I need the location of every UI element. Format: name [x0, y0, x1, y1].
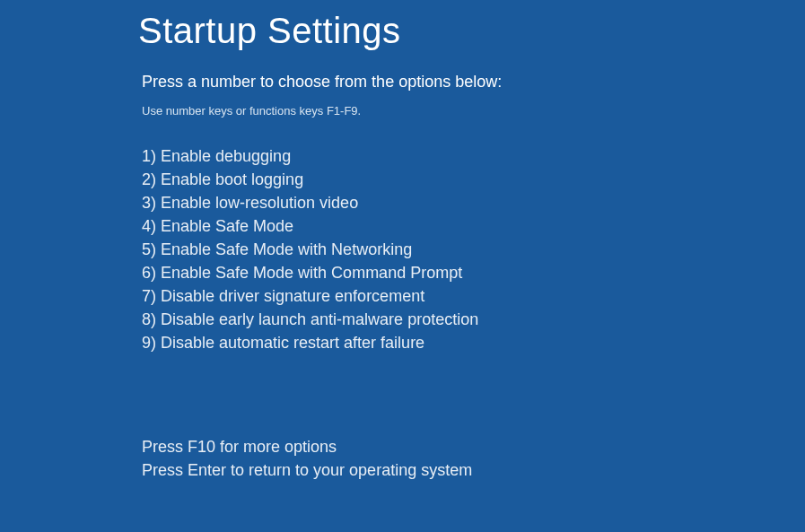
footer-instructions: Press F10 for more options Press Enter t… — [142, 435, 805, 482]
page-title: Startup Settings — [138, 11, 805, 51]
startup-settings-screen: Startup Settings Press a number to choos… — [0, 0, 805, 482]
option-5[interactable]: 5) Enable Safe Mode with Networking — [142, 238, 805, 261]
return-hint: Press Enter to return to your operating … — [142, 458, 805, 482]
option-1[interactable]: 1) Enable debugging — [142, 144, 805, 168]
option-6[interactable]: 6) Enable Safe Mode with Command Prompt — [142, 261, 805, 284]
hint-text: Use number keys or functions keys F1-F9. — [142, 104, 805, 118]
option-8[interactable]: 8) Disable early launch anti-malware pro… — [142, 308, 805, 331]
options-list: 1) Enable debugging 2) Enable boot loggi… — [142, 144, 805, 354]
instruction-text: Press a number to choose from the option… — [142, 73, 805, 92]
option-2[interactable]: 2) Enable boot logging — [142, 168, 805, 191]
option-7[interactable]: 7) Disable driver signature enforcement — [142, 284, 805, 308]
more-options-hint: Press F10 for more options — [142, 435, 805, 458]
option-9[interactable]: 9) Disable automatic restart after failu… — [142, 331, 805, 354]
option-4[interactable]: 4) Enable Safe Mode — [142, 214, 805, 238]
option-3[interactable]: 3) Enable low-resolution video — [142, 191, 805, 214]
